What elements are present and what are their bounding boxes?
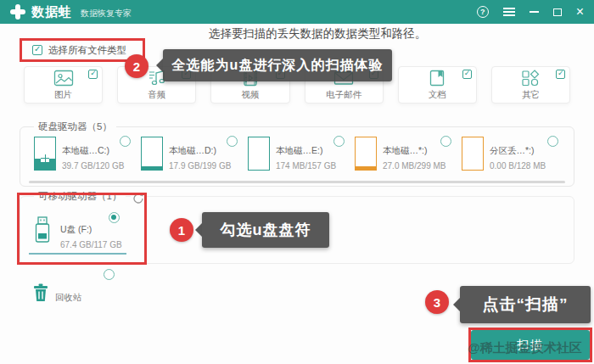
drive-item-c[interactable]: 本地磁…C:)39.7 GB/120 GB — [34, 137, 141, 172]
drive-name: 分区丢…*:) — [490, 145, 535, 155]
drive-capacity: 27.0 MB/299 MB — [383, 161, 446, 171]
image-icon — [53, 70, 74, 87]
card-label: 文档 — [429, 89, 446, 101]
horizontal-scrollbar[interactable] — [29, 181, 565, 183]
close-icon[interactable]: × — [576, 6, 584, 18]
drive-capacity: 0.00 B/128 MB — [490, 161, 546, 171]
documents-checkbox[interactable] — [462, 70, 472, 79]
card-documents[interactable]: 文档 — [398, 66, 477, 104]
card-images[interactable]: 图片 — [24, 66, 103, 104]
radio-drive-lost-partition[interactable] — [547, 136, 558, 147]
drive-capacity: 174 MB/157 GB — [276, 161, 336, 171]
step-2-tooltip: 全选能为u盘进行深入的扫描体验 — [163, 49, 392, 81]
recycle-bin-icon[interactable] — [32, 283, 49, 302]
usb-drive-item[interactable]: U盘 (F:) 67.4 GB/117 GB — [32, 216, 122, 251]
scan-button[interactable]: 扫描 — [471, 330, 590, 360]
step-2-badge: 2 — [125, 54, 148, 78]
step-1-tooltip: 勾选u盘盘符 — [202, 212, 329, 248]
usb-drive-capacity: 67.4 GB/117 GB — [60, 240, 122, 249]
radio-drive-e[interactable] — [333, 136, 345, 147]
step-3-badge: 3 — [425, 290, 449, 314]
drive-name: 本地磁…C:) — [62, 145, 109, 155]
step-1-badge: 1 — [170, 218, 193, 242]
card-label: 其它 — [522, 89, 540, 101]
maximize-icon[interactable] — [553, 8, 562, 16]
card-label: 电子邮件 — [326, 89, 361, 101]
card-other[interactable]: 其它 — [491, 66, 570, 104]
other-checkbox[interactable] — [556, 70, 565, 79]
radio-drive-4[interactable] — [440, 136, 451, 147]
refresh-icon[interactable] — [131, 193, 146, 204]
drive-gauge-icon — [248, 137, 270, 171]
images-checkbox[interactable] — [88, 70, 98, 79]
datafrog-app-window: 数据蛙 数据恢复专家 ? × 选择要扫描的丢失数据的数据类型和路径。 选择所有文… — [0, 0, 594, 364]
drive-item-4[interactable]: 本地磁…*:)27.0 MB/299 MB — [355, 137, 462, 172]
radio-recycle-bin[interactable] — [104, 269, 115, 280]
app-brand-name: 数据蛙 — [31, 4, 72, 20]
radio-usb-drive[interactable] — [109, 212, 120, 223]
usb-selected-underline — [29, 253, 126, 255]
card-label: 图片 — [54, 89, 72, 101]
drive-item-lost-partition[interactable]: 分区丢…*:)0.00 B/128 MB — [462, 137, 569, 172]
drive-name: 本地磁…D:) — [169, 145, 216, 155]
radio-drive-d[interactable] — [227, 136, 238, 147]
menu-icon[interactable] — [503, 11, 515, 13]
drive-name: 本地磁…*:) — [383, 145, 428, 155]
card-label: 音频 — [148, 89, 165, 101]
recycle-bin-label: 回收站 — [55, 292, 82, 304]
highlight-box-step3: 扫描 — [468, 328, 592, 362]
document-icon — [429, 70, 446, 87]
drive-name: 本地磁…E:) — [276, 145, 322, 155]
radio-drive-c[interactable] — [120, 136, 131, 147]
minimize-icon[interactable] — [530, 11, 539, 13]
help-icon[interactable]: ? — [477, 6, 489, 18]
usb-drive-name: U盘 (F:) — [60, 224, 92, 234]
removable-drives-title: 可移动驱动器（1） — [34, 190, 126, 203]
datafrog-logo-icon — [10, 4, 25, 20]
step-3-tooltip: 点击“扫描” — [460, 286, 591, 323]
windows-logo-icon — [41, 154, 49, 162]
window-controls: ? × — [477, 6, 584, 18]
hard-drives-title: 硬盘驱动器（5） — [34, 120, 116, 133]
select-all-checkbox[interactable] — [32, 45, 42, 55]
select-all-label: 选择所有文件类型 — [48, 44, 126, 57]
drive-gauge-icon — [355, 137, 377, 171]
drive-capacity: 17.9 GB/199 GB — [169, 161, 231, 171]
drive-gauge-icon — [141, 137, 163, 171]
drive-row: 本地磁…C:)39.7 GB/120 GB 本地磁…D:)17.9 GB/199… — [20, 127, 574, 172]
titlebar: 数据蛙 数据恢复专家 ? × — [0, 0, 594, 24]
drive-gauge-icon — [34, 137, 56, 171]
other-types-icon — [521, 70, 540, 87]
card-label: 视频 — [241, 89, 259, 101]
drive-capacity: 39.7 GB/120 GB — [62, 161, 124, 171]
drive-item-d[interactable]: 本地磁…D:)17.9 GB/199 GB — [141, 137, 248, 172]
hard-drives-panel: 硬盘驱动器（5） 本地磁…C:)39.7 GB/120 GB 本地磁…D:)17… — [20, 126, 574, 187]
drive-gauge-icon — [462, 137, 484, 171]
usb-drive-icon — [32, 216, 53, 251]
drive-item-e[interactable]: 本地磁…E:)174 MB/157 GB — [248, 137, 355, 172]
app-subtitle: 数据恢复专家 — [81, 8, 132, 20]
